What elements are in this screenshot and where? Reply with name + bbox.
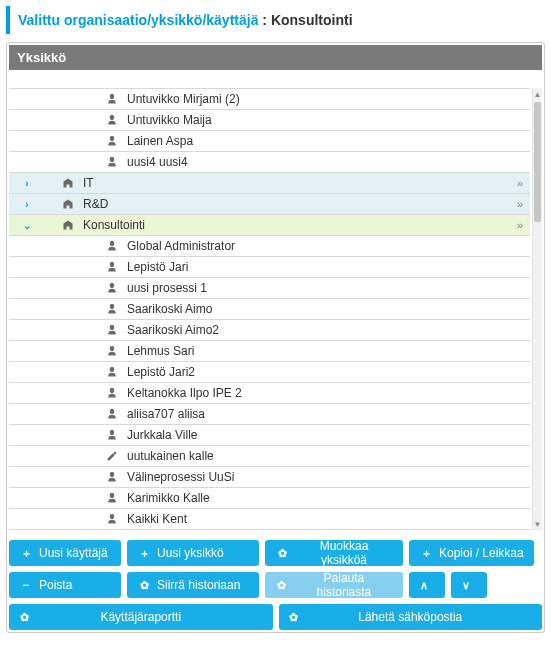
tree-dept-row[interactable]: ›R&D»: [9, 194, 530, 215]
button-bar: ＋ Uusi käyttäjä ＋ Uusi yksikkö ✿ Muokkaa…: [9, 540, 542, 598]
section-title: Yksikkö: [9, 45, 542, 70]
tree-item-label: Untuvikko Maija: [127, 113, 530, 127]
breadcrumb-current: Konsultointi: [271, 12, 353, 28]
new-unit-button[interactable]: ＋ Uusi yksikkö: [127, 540, 259, 566]
collapse-toggle-icon[interactable]: ⌄: [15, 220, 39, 231]
tree-user-row[interactable]: ›Global Administrator: [9, 236, 530, 257]
tree-item-label: R&D: [83, 197, 510, 211]
move-up-button[interactable]: ∧: [409, 572, 445, 598]
scrollbar[interactable]: ▲ ▼: [532, 88, 542, 530]
more-chevron-icon[interactable]: »: [510, 177, 530, 189]
person-icon: [105, 470, 119, 484]
person-icon: [105, 302, 119, 316]
tree-item-label: Saarikoski Aimo2: [127, 323, 530, 337]
minus-icon: −: [19, 578, 33, 592]
tree-item-label: Kaikki Kent: [127, 512, 530, 526]
gear-icon: ✿: [275, 578, 289, 592]
send-email-button[interactable]: ✿ Lähetä sähköpostia: [279, 604, 543, 630]
person-icon: [105, 239, 119, 253]
tree-user-row[interactable]: ›Untuvikko Mirjami (2): [9, 89, 530, 110]
button-bar-2: ✿ Käyttäjäraportti ✿ Lähetä sähköpostia: [9, 604, 542, 630]
tree-dept-row[interactable]: ›IT»: [9, 173, 530, 194]
more-chevron-icon[interactable]: »: [510, 219, 530, 231]
breadcrumb-colon: :: [262, 12, 271, 28]
expand-toggle-icon[interactable]: ›: [15, 178, 39, 189]
button-label: Uusi yksikkö: [157, 546, 224, 560]
plus-icon: ＋: [137, 546, 151, 560]
person-icon: [105, 281, 119, 295]
tree-user-row[interactable]: ›Jurkkala Ville: [9, 425, 530, 446]
delete-button[interactable]: − Poista: [9, 572, 121, 598]
tree-item-label: Karimikko Kalle: [127, 491, 530, 505]
person-icon: [105, 113, 119, 127]
scroll-up-arrow-icon[interactable]: ▲: [533, 88, 542, 100]
tree-item-label: Jurkkala Ville: [127, 428, 530, 442]
person-icon: [105, 365, 119, 379]
tree-item-label: uusi4 uusi4: [127, 155, 530, 169]
person-icon: [105, 323, 119, 337]
tree-user-row[interactable]: ›Kaikki Kent: [9, 509, 530, 530]
tree-item-label: Global Administrator: [127, 239, 530, 253]
tree-user-row[interactable]: ›uusi4 uusi4: [9, 152, 530, 173]
button-label: Palauta historiasta: [295, 571, 393, 599]
person-icon: [105, 134, 119, 148]
tree-user-row[interactable]: ›uutukainen kalle: [9, 446, 530, 467]
tree-user-row[interactable]: ›aliisa707 aliisa: [9, 404, 530, 425]
person-icon: [105, 386, 119, 400]
building-icon: [61, 218, 75, 232]
scroll-down-arrow-icon[interactable]: ▼: [533, 518, 542, 530]
tree-user-row[interactable]: ›Lainen Aspa: [9, 131, 530, 152]
unit-panel: Yksikkö ›Untuvikko Mirjami (2)›Untuvikko…: [6, 42, 545, 633]
tree-user-row[interactable]: ›Välineprosessi UuSi: [9, 467, 530, 488]
building-icon: [61, 176, 75, 190]
tree-item-label: Lainen Aspa: [127, 134, 530, 148]
tree-user-row[interactable]: ›Keltanokka Ilpo IPE 2: [9, 383, 530, 404]
tree-user-row[interactable]: ›Saarikoski Aimo2: [9, 320, 530, 341]
move-down-button[interactable]: ∨: [451, 572, 487, 598]
button-label: Poista: [39, 578, 72, 592]
tree-user-row[interactable]: ›Lepistö Jari: [9, 257, 530, 278]
person-icon: [105, 344, 119, 358]
tree-user-row[interactable]: ›Untuvikko Maija: [9, 110, 530, 131]
expand-toggle-icon[interactable]: ›: [15, 199, 39, 210]
button-label: Käyttäjäraportti: [100, 610, 181, 624]
restore-history-button[interactable]: ✿ Palauta historiasta: [265, 572, 403, 598]
new-user-button[interactable]: ＋ Uusi käyttäjä: [9, 540, 121, 566]
tree-item-label: Untuvikko Mirjami (2): [127, 92, 530, 106]
tree-user-row[interactable]: ›uusi prosessi 1: [9, 278, 530, 299]
breadcrumb-header: Valittu organisaatio/yksikkö/käyttäjä : …: [6, 6, 545, 34]
chevron-down-icon: ∨: [459, 578, 473, 592]
move-history-button[interactable]: ✿ Siirrä historiaan: [127, 572, 259, 598]
tree-wrap: ›Untuvikko Mirjami (2)›Untuvikko Maija›L…: [9, 88, 542, 530]
person-icon: [105, 512, 119, 526]
tree-item-label: uutukainen kalle: [127, 449, 530, 463]
tree-dept-row[interactable]: ⌄Konsultointi»: [9, 215, 530, 236]
person-icon: [105, 92, 119, 106]
scroll-thumb[interactable]: [534, 102, 541, 222]
plus-icon: ＋: [19, 546, 33, 560]
tree-item-label: aliisa707 aliisa: [127, 407, 530, 421]
more-chevron-icon[interactable]: »: [510, 198, 530, 210]
tree-item-label: Lepistö Jari: [127, 260, 530, 274]
button-label: Lähetä sähköpostia: [358, 610, 462, 624]
tree-user-row[interactable]: ›Karimikko Kalle: [9, 488, 530, 509]
edit-unit-button[interactable]: ✿ Muokkaa yksikköä: [265, 540, 403, 566]
tree-item-label: Keltanokka Ilpo IPE 2: [127, 386, 530, 400]
copy-cut-button[interactable]: ＋ Kopioi / Leikkaa: [409, 540, 534, 566]
user-report-button[interactable]: ✿ Käyttäjäraportti: [9, 604, 273, 630]
gear-icon: ✿: [17, 610, 31, 624]
gear-icon: ✿: [287, 610, 301, 624]
breadcrumb-link[interactable]: Valittu organisaatio/yksikkö/käyttäjä: [18, 12, 258, 28]
gear-icon: ✿: [137, 578, 151, 592]
tree-item-label: Saarikoski Aimo: [127, 302, 530, 316]
tree-user-row[interactable]: ›Saarikoski Aimo: [9, 299, 530, 320]
tree-item-label: IT: [83, 176, 510, 190]
tree-user-row[interactable]: ›Lehmus Sari: [9, 341, 530, 362]
gear-icon: ✿: [275, 546, 289, 560]
person-icon: [105, 260, 119, 274]
button-label: Muokkaa yksikköä: [295, 539, 393, 567]
plus-icon: ＋: [419, 546, 433, 560]
tree-user-row[interactable]: ›Lepistö Jari2: [9, 362, 530, 383]
person-icon: [105, 491, 119, 505]
tree-item-label: Konsultointi: [83, 218, 510, 232]
